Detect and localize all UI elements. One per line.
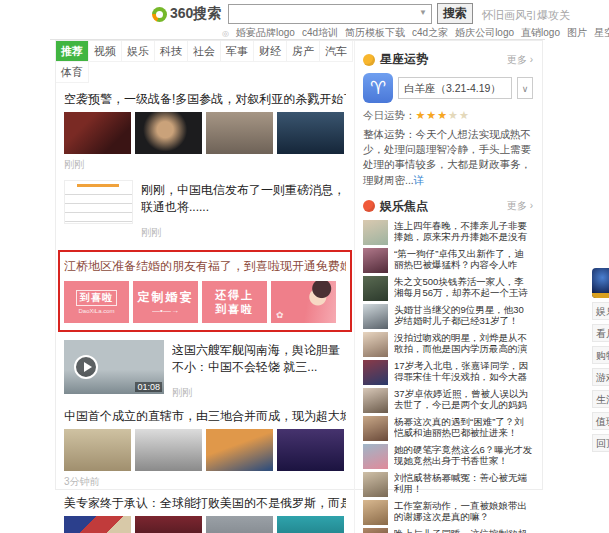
category-tab[interactable]: 汽车 xyxy=(320,41,353,62)
zodiac-select[interactable]: 白羊座（3.21-4.19） xyxy=(398,77,512,99)
entertainment-item[interactable]: 晚上与儿子同睡，这位控制欲超强的明星妈妈终将断送儿子前程！ xyxy=(363,528,533,533)
entertainment-item[interactable]: “第一狗仔”卓伟又出新作了，迪丽热巴被爆猛料？内容令人咋舌！ xyxy=(363,248,533,273)
video-thumbnail[interactable]: 01:08 xyxy=(64,340,164,394)
ad-title[interactable]: 江桥地区准备结婚的朋友有福了，到喜啦现开通免费婚宴咨询服务 xyxy=(64,258,346,275)
topbar-link[interactable]: 星空 xyxy=(594,26,609,40)
thumbnail-row xyxy=(64,516,346,533)
news-thumbnail[interactable] xyxy=(64,112,131,154)
entertainment-item[interactable]: 连上四年春晚，不捧亲儿子非要捧她，原来宋丹丹捧她不是没有道理 xyxy=(363,220,533,245)
entertainment-thumbnail[interactable] xyxy=(363,276,388,301)
entertainment-item-text[interactable]: 头婚甘当继父的9位男星，他30岁结婚时儿子都已经31岁了！ xyxy=(394,304,533,328)
news-thumbnail[interactable] xyxy=(206,429,273,471)
news-title[interactable]: 美专家终于承认：全球能打败美国的不是俄罗斯，而是这个国家 xyxy=(64,495,346,512)
news-thumbnail[interactable] xyxy=(206,516,273,533)
category-tab[interactable]: 军事 xyxy=(221,41,254,62)
entertainment-item-text[interactable]: 没拍过吻戏的明星，刘烨是从不敢拍，而他是国内学历最高的演员 xyxy=(394,332,533,356)
category-tab[interactable]: 科技 xyxy=(155,41,188,62)
entertainment-thumbnail[interactable] xyxy=(363,416,388,441)
side-strip-item[interactable]: 回顶 xyxy=(592,434,609,452)
topbar-link[interactable]: 图片 xyxy=(567,26,587,40)
entertainment-item-text[interactable]: 她的硬笔字竟然这么6？曝光才发现她竟然出身于书香世家！ xyxy=(394,444,533,468)
entertainment-thumbnail[interactable] xyxy=(363,304,388,329)
search-input[interactable]: ▼ xyxy=(228,4,432,24)
entertainment-item[interactable]: 朱之文500块钱养活一家人，李湘每月56万，却养不起一个王诗龄 xyxy=(363,276,533,301)
sidebar-column: 星座运势 更多 › ♈ 白羊座（3.21-4.19） ∨ 今日运势：★★★★★ … xyxy=(355,41,541,533)
news-thumbnail[interactable] xyxy=(135,429,202,471)
news-title[interactable]: 这国六艘军舰闯南海，舆论胆量不小：中国不会轻饶 就三... xyxy=(172,342,346,376)
news-thumbnail[interactable] xyxy=(277,516,344,533)
entertainment-item[interactable]: 37岁卓依婷近照，曾被人误以为去世了，今已是两个女儿的妈妈 xyxy=(363,388,533,413)
category-tab[interactable]: 财经 xyxy=(254,41,287,62)
category-tab[interactable]: 体育 xyxy=(56,62,89,83)
side-strip-item[interactable]: 购物 xyxy=(592,346,609,364)
entertainment-item[interactable]: 杨幂这次真的遇到“困难”了？刘恺威和迪丽热巴都被扯进来！ xyxy=(363,416,533,441)
news-thumbnail[interactable] xyxy=(64,429,131,471)
ad-banner-logo[interactable]: 到喜啦 DaoXiLa.com xyxy=(64,281,129,323)
side-strip-item[interactable]: 游戏 xyxy=(592,368,609,386)
entertainment-more-link[interactable]: 更多 › xyxy=(507,199,533,213)
topbar-link[interactable]: 婚宴品牌logo xyxy=(236,26,295,40)
entertainment-thumbnail[interactable] xyxy=(363,360,388,385)
entertainment-item-text[interactable]: 晚上与儿子同睡，这位控制欲超强的明星妈妈终将断送儿子前程！ xyxy=(394,528,533,533)
entertainment-item-text[interactable]: 刘恺威替杨幂喊冤：善心被无端利用！ xyxy=(394,472,533,496)
entertainment-item-text[interactable]: 朱之文500块钱养活一家人，李湘每月56万，却养不起一个王诗龄 xyxy=(394,276,533,300)
entertainment-item[interactable]: 刘恺威替杨幂喊冤：善心被无端利用！ xyxy=(363,472,533,497)
entertainment-item[interactable]: 没拍过吻戏的明星，刘烨是从不敢拍，而他是国内学历最高的演员 xyxy=(363,332,533,357)
news-thumbnail[interactable] xyxy=(277,429,344,471)
entertainment-thumbnail[interactable] xyxy=(363,444,388,469)
category-tab[interactable]: 视频 xyxy=(89,41,122,62)
game-app-icon[interactable] xyxy=(592,268,609,298)
news-thumbnail[interactable] xyxy=(64,180,133,224)
entertainment-thumbnail[interactable] xyxy=(363,500,388,525)
entertainment-item[interactable]: 她的硬笔字竟然这么6？曝光才发现她竟然出身于书香世家！ xyxy=(363,444,533,469)
category-tab[interactable]: 娱乐 xyxy=(122,41,155,62)
entertainment-item[interactable]: 头婚甘当继父的9位男星，他30岁结婚时儿子都已经31岁了！ xyxy=(363,304,533,329)
news-title[interactable]: 中国首个成立的直辖市，由三地合并而成，现为超大城市 xyxy=(64,408,346,425)
entertainment-item-text[interactable]: “第一狗仔”卓伟又出新作了，迪丽热巴被爆猛料？内容令人咋舌！ xyxy=(394,248,533,272)
entertainment-thumbnail[interactable] xyxy=(363,332,388,357)
category-tab[interactable]: 推荐 xyxy=(56,41,89,62)
entertainment-item-text[interactable]: 连上四年春晚，不捧亲儿子非要捧她，原来宋丹丹捧她不是没有道理 xyxy=(394,220,533,244)
entertainment-thumbnail[interactable] xyxy=(363,248,388,273)
entertainment-list: 连上四年春晚，不捧亲儿子非要捧她，原来宋丹丹捧她不是没有道理 “第一狗仔”卓伟又… xyxy=(363,220,533,533)
side-strip-item[interactable]: 娱乐 xyxy=(592,302,609,320)
news-thumbnail[interactable] xyxy=(206,112,273,154)
news-thumbnail[interactable] xyxy=(135,112,202,154)
entertainment-item-text[interactable]: 工作室新动作，一直被娘娘带出的谢娜这次是真的嘛？ xyxy=(394,500,533,524)
side-strip-item[interactable]: 生活 xyxy=(592,390,609,408)
ad-banner-bride-photo[interactable] xyxy=(271,281,336,323)
logo-360-search[interactable]: 360搜索 xyxy=(152,5,221,23)
category-tab[interactable]: 社会 xyxy=(188,41,221,62)
entertainment-item[interactable]: 17岁考入北电，张嘉译同学，因得罪宋佳十年没戏拍，如今大器晚成 xyxy=(363,360,533,385)
topbar-link[interactable]: 直销logo xyxy=(521,26,560,40)
side-strip-item[interactable]: 看片 xyxy=(592,324,609,342)
category-tab[interactable]: 房产 xyxy=(287,41,320,62)
entertainment-item-text[interactable]: 37岁卓依婷近照，曾被人误以为去世了，今已是两个女儿的妈妈 xyxy=(394,388,533,412)
search-button[interactable]: 搜索 xyxy=(437,3,473,24)
entertainment-item-text[interactable]: 杨幂这次真的遇到“困难”了？刘恺威和迪丽热巴都被扯进来！ xyxy=(394,416,533,440)
horoscope-detail-link[interactable]: 详 xyxy=(414,174,425,186)
ad-banner-custom-banquet[interactable]: 定制婚宴 —•—→ xyxy=(133,281,198,323)
topbar-link[interactable]: 简历模板下载 xyxy=(345,26,405,40)
news-title[interactable]: 空袭预警，一级战备!多国参战，对叙利亚的杀戮开始了! xyxy=(64,91,346,108)
chevron-down-icon[interactable]: ▼ xyxy=(419,8,427,17)
entertainment-thumbnail[interactable] xyxy=(363,388,388,413)
zodiac-select-caret[interactable]: ∨ xyxy=(517,77,533,99)
entertainment-thumbnail[interactable] xyxy=(363,220,388,245)
play-icon[interactable] xyxy=(74,355,98,379)
entertainment-thumbnail[interactable] xyxy=(363,528,388,533)
horoscope-more-link[interactable]: 更多 › xyxy=(507,53,533,67)
ad-banner-slogan[interactable]: 还得上 到喜啦 xyxy=(202,281,267,323)
news-thumbnail[interactable] xyxy=(64,516,131,533)
news-title[interactable]: 刚刚，中国电信发布了一则重磅消息，联通也将...... xyxy=(141,182,346,216)
topbar-link[interactable]: c4d培训 xyxy=(302,26,338,40)
news-thumbnail[interactable] xyxy=(277,112,344,154)
entertainment-thumbnail[interactable] xyxy=(363,472,388,497)
topbar-link[interactable]: c4d之家 xyxy=(412,26,448,40)
entertainment-item-text[interactable]: 17岁考入北电，张嘉译同学，因得罪宋佳十年没戏拍，如今大器晚成 xyxy=(394,360,533,384)
entertainment-item[interactable]: 工作室新动作，一直被娘娘带出的谢娜这次是真的嘛？ xyxy=(363,500,533,525)
side-strip-item[interactable]: 值班 xyxy=(592,412,609,430)
topbar-link[interactable]: 婚庆公司logo xyxy=(455,26,514,40)
news-thumbnail[interactable] xyxy=(135,516,202,533)
topbar-ad-text[interactable]: 怀旧画风引爆攻关 xyxy=(482,8,570,23)
